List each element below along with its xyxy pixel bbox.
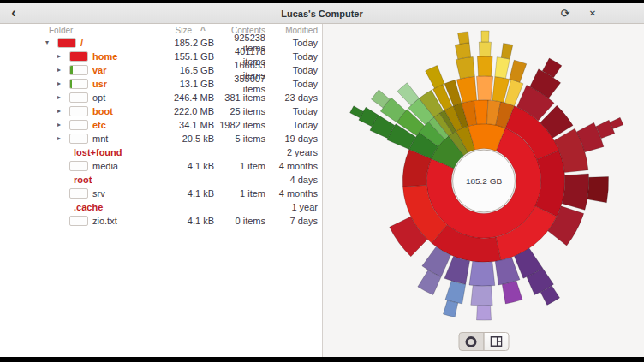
modified-cell: Today [265, 51, 322, 62]
table-row[interactable]: zio.txt4.1 kB0 items7 days [0, 214, 322, 228]
table-row[interactable]: .cache1 year [0, 200, 322, 214]
modified-cell: 4 days [265, 175, 322, 185]
rings-chart-icon [466, 336, 477, 347]
folder-name: root [74, 175, 92, 185]
chart-segment[interactable] [455, 43, 471, 59]
usage-bar [69, 216, 88, 226]
usage-bar [69, 161, 88, 171]
folder-name: home [92, 51, 117, 62]
chart-segment[interactable] [502, 281, 522, 304]
usage-bar [69, 65, 88, 75]
treemap-chart-icon [490, 336, 502, 347]
sort-indicator-icon[interactable]: ^ [192, 26, 214, 35]
folder-name: media [92, 161, 118, 171]
back-button[interactable]: ‹ [5, 5, 22, 21]
chart-segment[interactable] [426, 66, 444, 89]
modified-cell: 7 days [265, 216, 322, 226]
rings-chart-panel: 185.2 GB [323, 24, 644, 357]
table-row[interactable]: media4.1 kB1 item4 months [0, 159, 322, 173]
column-header-modified[interactable]: Modified [265, 26, 322, 35]
folder-name: usr [92, 79, 107, 89]
folder-cell: ▸var [0, 63, 159, 77]
chart-segment[interactable] [562, 174, 589, 210]
table-row[interactable]: ▸home155.1 GB401178 itemsToday [0, 50, 322, 63]
table-header: Folder Size ^ Contents Modified [0, 24, 322, 36]
contents-cell: 5 items [214, 134, 265, 144]
folder-cell: media [0, 161, 159, 171]
folder-name: .cache [74, 202, 103, 212]
table-row[interactable]: ▸etc34.1 MB1982 itemsToday [0, 118, 322, 132]
size-cell: 155.1 GB [159, 51, 214, 62]
chart-segment[interactable] [469, 261, 495, 286]
table-row[interactable]: ▸boot222.0 MB25 itemsToday [0, 104, 322, 118]
table-row[interactable]: lost+found2 years [0, 145, 322, 159]
expander-closed-icon[interactable]: ▸ [57, 50, 69, 63]
chart-segment[interactable] [501, 44, 513, 60]
table-row[interactable]: srv4.1 kB1 item4 months [0, 187, 322, 200]
table-row[interactable]: ▸mnt20.5 kB5 items19 days [0, 132, 322, 145]
expander-open-icon[interactable]: ▾ [45, 36, 57, 50]
contents-cell: 355007 items [214, 74, 265, 94]
chart-type-switch [458, 332, 509, 351]
chart-segment[interactable] [477, 56, 492, 76]
column-header-size[interactable]: Size [137, 26, 192, 35]
expander-closed-icon[interactable]: ▸ [57, 77, 69, 91]
table-row[interactable]: ▸usr13.1 GB355007 itemsToday [0, 77, 322, 91]
refresh-button[interactable]: ⟳ [557, 5, 574, 21]
rings-chart-button[interactable] [458, 332, 484, 351]
chart-segment[interactable] [458, 32, 469, 44]
chart-segment[interactable] [471, 286, 492, 306]
contents-cell: 1982 items [214, 120, 265, 130]
treemap-chart-button[interactable] [483, 332, 509, 351]
headerbar: Lucas's Computer ‹ ⟳ ✕ [0, 3, 644, 24]
modified-cell: 2 years [265, 147, 322, 157]
size-cell: 4.1 kB [159, 216, 214, 226]
usage-bar [69, 92, 88, 103]
folder-cell: ▸mnt [0, 132, 159, 145]
table-row[interactable]: ▸opt246.4 MB381 items23 days [0, 91, 322, 104]
table-row[interactable]: ▾/185.2 GB925238 itemsToday [0, 36, 322, 50]
size-cell: 4.1 kB [159, 161, 214, 171]
folder-name: lost+found [74, 147, 122, 157]
size-cell: 20.5 kB [159, 134, 214, 144]
expander-closed-icon[interactable]: ▸ [57, 104, 69, 118]
size-cell: 185.2 GB [159, 38, 214, 48]
usage-bar [69, 188, 88, 199]
folder-name: opt [92, 92, 105, 103]
chart-segment[interactable] [456, 56, 474, 79]
expander-closed-icon[interactable]: ▸ [57, 118, 69, 132]
modified-cell: Today [265, 65, 322, 75]
folder-cell: ▸boot [0, 104, 159, 118]
contents-cell: 0 items [214, 216, 265, 226]
modified-cell: 4 months [265, 161, 322, 171]
chart-segment[interactable] [610, 117, 623, 128]
usage-bar [69, 51, 88, 62]
app-window: Lucas's Computer ‹ ⟳ ✕ Folder Size ^ Con… [0, 3, 644, 357]
chart-segment[interactable] [481, 31, 489, 42]
contents-cell: 1 item [214, 161, 265, 171]
expander-closed-icon[interactable]: ▸ [57, 91, 69, 104]
chart-segment[interactable] [495, 57, 510, 79]
chart-segment[interactable] [476, 76, 492, 100]
chart-segment[interactable] [476, 306, 491, 320]
refresh-icon: ⟳ [561, 7, 570, 20]
table-row[interactable]: root4 days [0, 173, 322, 187]
close-button[interactable]: ✕ [584, 5, 601, 21]
usage-bar [69, 106, 88, 116]
folder-cell: zio.txt [0, 216, 159, 226]
chart-segment[interactable] [443, 300, 457, 317]
column-header-folder[interactable]: Folder [0, 26, 137, 35]
folder-name: srv [92, 188, 105, 199]
modified-cell: 19 days [265, 134, 322, 144]
expander-closed-icon[interactable]: ▸ [57, 132, 69, 145]
folder-cell: srv [0, 188, 159, 199]
table-row[interactable]: ▸var16.5 GB166653 itemsToday [0, 63, 322, 77]
chart-segment[interactable] [479, 42, 491, 56]
size-cell: 16.5 GB [159, 65, 214, 75]
expander-closed-icon[interactable]: ▸ [57, 63, 69, 77]
rings-chart-center-label: 185.2 GB [466, 176, 502, 186]
folder-name: / [80, 38, 83, 48]
size-cell: 246.4 MB [159, 92, 214, 103]
chart-segment[interactable] [510, 60, 527, 82]
chart-segment[interactable] [587, 176, 609, 202]
